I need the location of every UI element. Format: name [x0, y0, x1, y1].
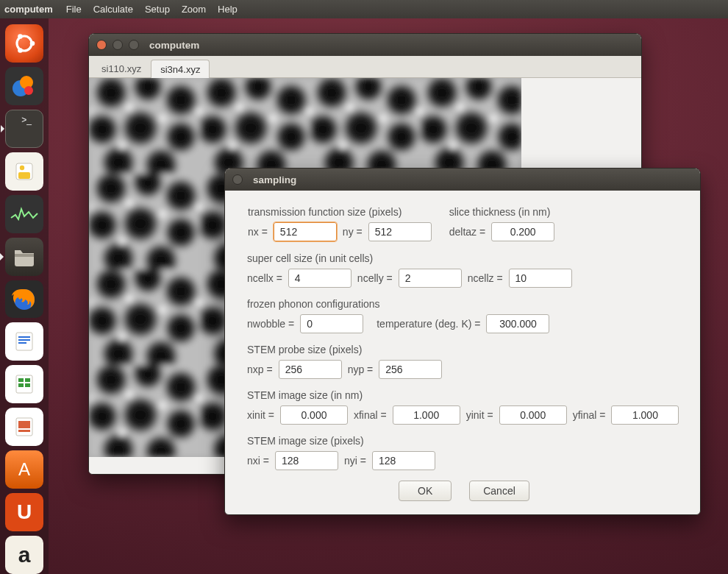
menubar-app-name: computem: [4, 4, 53, 15]
input-xinit[interactable]: [280, 405, 348, 425]
svg-point-3: [18, 48, 23, 53]
launcher-libreoffice-base[interactable]: [5, 152, 43, 191]
window-maximize-icon[interactable]: [129, 40, 139, 50]
launcher-software-updater[interactable]: A: [5, 450, 43, 489]
label-xinit: xinit =: [247, 409, 274, 421]
menu-file[interactable]: File: [66, 4, 82, 15]
titlebar-sampling[interactable]: sampling: [225, 169, 700, 191]
svg-rect-10: [15, 254, 34, 257]
input-temperature[interactable]: [486, 314, 549, 333]
svg-rect-9: [18, 172, 30, 179]
section-phonon: frozen phonon configurations nwobble = t…: [247, 298, 681, 333]
launcher-ubuntu-software[interactable]: U: [5, 493, 43, 531]
menu-zoom[interactable]: Zoom: [182, 4, 206, 15]
input-nyp[interactable]: [379, 360, 442, 379]
input-ncelly[interactable]: [399, 269, 462, 288]
launcher-calc[interactable]: [5, 365, 43, 403]
input-yfinal[interactable]: [611, 405, 679, 425]
input-nwobble[interactable]: [300, 314, 363, 333]
window-close-icon[interactable]: [96, 40, 107, 50]
dialog-button-row: OK Cancel: [247, 481, 681, 501]
label-deltaz: deltaz =: [449, 226, 485, 238]
svg-rect-19: [25, 383, 30, 387]
label-nyi: nyi =: [344, 455, 366, 467]
svg-rect-13: [18, 339, 30, 341]
svg-rect-12: [18, 336, 30, 338]
label-nxi: nxi =: [247, 455, 269, 467]
label-nx: nx =: [248, 226, 268, 238]
input-deltaz[interactable]: [491, 222, 554, 241]
ok-button[interactable]: OK: [399, 481, 452, 501]
input-yinit[interactable]: [499, 405, 567, 425]
input-nyi[interactable]: [372, 451, 435, 470]
titlebar-computem[interactable]: computem: [89, 34, 641, 56]
dialog-sampling: sampling transmission function size (pix…: [224, 168, 701, 515]
launcher-system-monitor[interactable]: [5, 195, 43, 233]
tab-si110[interactable]: si110.xyz: [92, 59, 151, 77]
section-supercell: super cell size (in unit cells) ncellx =…: [247, 252, 681, 288]
cancel-button[interactable]: Cancel: [469, 481, 529, 501]
heading-supercell: super cell size (in unit cells): [247, 252, 681, 264]
label-yinit: yinit =: [466, 409, 493, 421]
label-ncellx: ncellx =: [247, 272, 282, 284]
menubar: computem File Calculate Setup Zoom Help: [0, 0, 728, 18]
input-nxp[interactable]: [279, 360, 342, 379]
label-ncelly: ncelly =: [357, 272, 393, 284]
label-ncellz: ncellz =: [468, 272, 503, 284]
heading-image-nm: STEM image size (in nm): [247, 389, 681, 401]
section-image-nm: STEM image size (in nm) xinit = xfinal =…: [247, 389, 681, 425]
terminal-icon: >_: [21, 115, 32, 125]
label-yfinal: yfinal =: [573, 409, 606, 421]
section-probe: STEM probe size (pixels) nxp = nyp =: [247, 344, 681, 379]
input-xfinal[interactable]: [393, 405, 460, 425]
launcher-writer[interactable]: [5, 322, 43, 361]
tab-si3n4[interactable]: si3n4.xyz: [151, 60, 210, 78]
heading-phonon: frozen phonon configurations: [247, 298, 681, 310]
label-temperature: temperature (deg. K) =: [377, 318, 480, 330]
input-ncellz[interactable]: [509, 269, 572, 288]
svg-point-2: [18, 34, 23, 39]
launcher-firefox[interactable]: [5, 280, 43, 319]
svg-rect-17: [25, 378, 30, 382]
ubuntu-software-glyph: U: [17, 500, 32, 524]
input-ncellx[interactable]: [288, 269, 351, 288]
label-xfinal: xfinal =: [354, 409, 387, 421]
input-nx[interactable]: [274, 222, 337, 241]
heading-transmission: transmission function size (pixels): [248, 206, 432, 218]
section-transmission: transmission function size (pixels) nx =…: [247, 205, 432, 242]
menu-help[interactable]: Help: [218, 4, 238, 15]
launcher-files[interactable]: [5, 238, 43, 276]
dialog-body: transmission function size (pixels) nx =…: [225, 191, 700, 514]
input-ny[interactable]: [368, 222, 432, 241]
amazon-glyph: a: [18, 542, 31, 567]
svg-rect-18: [18, 383, 24, 387]
launcher: >_ A U a: [0, 18, 49, 574]
tab-bar: si110.xyz si3n4.xyz: [89, 56, 641, 78]
svg-rect-21: [18, 421, 30, 428]
section-slice: slice thickness (in nm) deltaz =: [449, 205, 555, 242]
svg-rect-16: [18, 378, 24, 382]
menu-setup[interactable]: Setup: [145, 4, 170, 15]
svg-point-1: [30, 41, 35, 46]
heading-probe: STEM probe size (pixels): [247, 344, 681, 355]
software-updater-glyph: A: [18, 459, 30, 480]
input-nxi[interactable]: [275, 451, 338, 470]
svg-point-6: [24, 86, 33, 95]
launcher-ubuntu-dash[interactable]: [5, 24, 43, 63]
menu-calculate[interactable]: Calculate: [93, 4, 133, 15]
window-minimize-icon[interactable]: [113, 40, 123, 50]
launcher-octave[interactable]: [5, 67, 43, 105]
svg-rect-14: [18, 342, 26, 344]
launcher-amazon[interactable]: a: [5, 536, 43, 574]
launcher-impress[interactable]: [5, 408, 43, 446]
section-image-px: STEM image size (pixels) nxi = nyi =: [247, 435, 681, 470]
svg-rect-22: [18, 430, 30, 432]
launcher-terminal[interactable]: >_: [5, 110, 43, 148]
dialog-control-icon[interactable]: [232, 174, 243, 185]
label-ny: ny =: [343, 226, 363, 238]
window-title: computem: [149, 40, 199, 51]
label-nyp: nyp =: [348, 364, 374, 375]
svg-point-8: [20, 166, 24, 170]
dialog-title: sampling: [253, 174, 296, 185]
heading-slice: slice thickness (in nm): [449, 206, 554, 218]
